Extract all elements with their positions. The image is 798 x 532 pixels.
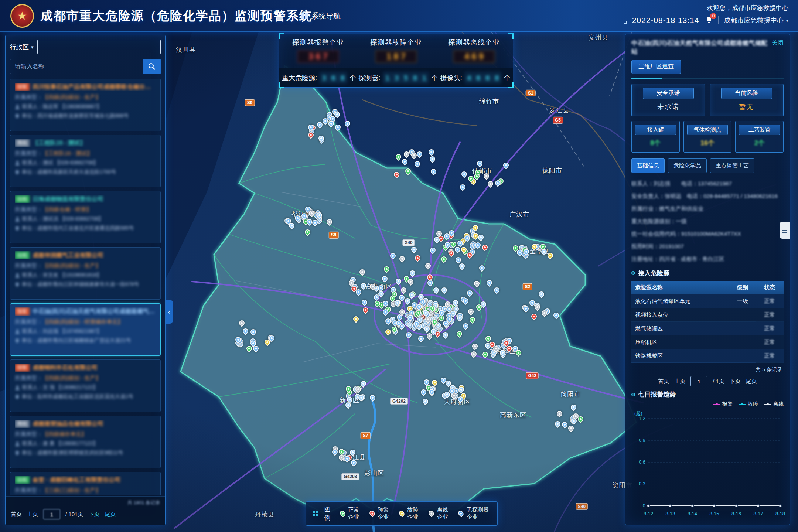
hazard-row[interactable]: 压缩机区正常 — [631, 335, 784, 349]
map-marker[interactable] — [410, 246, 417, 253]
map-marker[interactable] — [325, 218, 333, 226]
map-marker[interactable] — [416, 150, 423, 158]
map-marker[interactable] — [400, 286, 407, 294]
map-marker[interactable] — [398, 255, 406, 263]
hazard-row[interactable]: 燃气储罐区正常 — [631, 322, 784, 335]
hazard-page-first[interactable]: 首页 — [658, 378, 669, 385]
map-marker[interactable] — [429, 155, 436, 163]
map-marker[interactable] — [393, 170, 400, 178]
map-marker[interactable] — [570, 403, 577, 411]
company-card[interactable]: 离线【工程队16 - 测试】所属类型：【工程队16 - 测试】联系人：测试 【0… — [10, 135, 161, 187]
map-marker[interactable] — [394, 153, 402, 161]
map-marker[interactable] — [389, 252, 397, 260]
map-marker[interactable] — [538, 290, 545, 298]
map-marker[interactable] — [481, 243, 489, 251]
org-switcher[interactable]: 成都市应急救援中心 ▾ — [724, 16, 788, 25]
panel-expand-toggle[interactable] — [780, 222, 790, 239]
map-marker[interactable] — [432, 286, 440, 294]
page-input[interactable] — [43, 509, 60, 519]
map-marker[interactable] — [361, 299, 368, 306]
map-marker[interactable] — [417, 335, 425, 342]
map-marker[interactable] — [414, 254, 422, 262]
district-input[interactable] — [37, 40, 161, 54]
map-marker[interactable] — [424, 262, 432, 270]
map-marker[interactable] — [458, 262, 466, 270]
system-nav-button[interactable]: 系统导航 — [301, 0, 341, 32]
page-first[interactable]: 首页 — [11, 511, 22, 518]
map-marker[interactable] — [470, 350, 478, 358]
map-marker[interactable] — [471, 342, 479, 350]
company-card[interactable]: 在线成都华润燃气工业有限公司所属类型：【四级(四)级别 - 生产】联系人：宋文友… — [10, 247, 161, 300]
map-marker[interactable] — [456, 330, 463, 338]
map-marker[interactable] — [567, 424, 575, 432]
map-marker[interactable] — [467, 307, 475, 315]
notifications-bell[interactable]: 0 — [704, 16, 713, 25]
map-marker[interactable] — [430, 168, 437, 175]
map-marker[interactable] — [487, 180, 494, 188]
hazard-row[interactable]: 视频接入点位正常 — [631, 308, 784, 322]
map-marker[interactable] — [454, 256, 462, 264]
map-marker[interactable] — [384, 328, 392, 336]
map-marker[interactable] — [431, 379, 439, 386]
trend-legend-item[interactable]: 故障 — [739, 401, 758, 407]
map-marker[interactable] — [249, 328, 257, 336]
map-marker[interactable] — [369, 394, 376, 402]
map-marker[interactable] — [556, 410, 563, 417]
map-marker[interactable] — [238, 319, 245, 327]
trend-legend-item[interactable]: 报警 — [713, 401, 733, 407]
page-prev[interactable]: 上页 — [27, 511, 38, 518]
map-marker[interactable] — [358, 268, 366, 276]
trend-legend-item[interactable]: 离线 — [764, 401, 784, 407]
map-marker[interactable] — [304, 228, 311, 236]
map-marker[interactable] — [395, 277, 402, 285]
map-marker[interactable] — [404, 297, 412, 305]
map-marker[interactable] — [405, 331, 413, 338]
fullscreen-icon[interactable] — [620, 17, 627, 24]
page-next[interactable]: 下页 — [88, 511, 99, 518]
map-marker[interactable] — [427, 148, 435, 156]
company-card[interactable]: 预警中石油(四川)石油天然气有限公司成都港燃气储配站所属类型：【四级(四)级别 … — [10, 303, 161, 356]
map-marker[interactable] — [362, 306, 369, 314]
map-marker[interactable] — [493, 286, 501, 294]
map-marker[interactable] — [459, 183, 467, 191]
close-button[interactable]: 关闭 — [772, 39, 784, 47]
hazard-page-prev[interactable]: 上页 — [674, 378, 685, 385]
map-marker[interactable] — [381, 275, 389, 283]
map-marker[interactable] — [468, 316, 476, 324]
company-card[interactable]: 在线日海成都物流有限责任公司所属类型：【四级仓储 - 经营】联系人：测试员 【0… — [10, 191, 161, 243]
map-marker[interactable] — [466, 289, 474, 297]
map-marker[interactable] — [401, 158, 409, 166]
map-marker[interactable] — [502, 161, 510, 169]
company-card[interactable]: 报警四川恒泰石油产品有限公司成都蓉欧仓储分公司所属类型：【四级(四)级别 - 生… — [10, 79, 161, 131]
map-marker[interactable] — [481, 351, 489, 358]
map-marker[interactable] — [429, 246, 437, 254]
detail-tab-0[interactable]: 基础信息 — [631, 158, 665, 173]
map-marker[interactable] — [426, 273, 434, 281]
map-marker[interactable] — [413, 160, 421, 168]
map-marker[interactable] — [561, 421, 569, 429]
map-marker[interactable] — [552, 311, 560, 319]
map-marker[interactable] — [352, 315, 360, 323]
map-marker[interactable] — [460, 170, 468, 178]
map-marker[interactable] — [485, 279, 493, 287]
map-marker[interactable] — [440, 255, 448, 263]
map-marker[interactable] — [404, 167, 412, 175]
district-dropdown[interactable]: 行政区 ▾ — [10, 43, 34, 51]
map-marker[interactable] — [344, 120, 351, 127]
page-last[interactable]: 尾页 — [105, 511, 116, 518]
hazard-page-input[interactable] — [690, 376, 707, 386]
map-marker[interactable] — [478, 264, 486, 272]
map-marker[interactable] — [473, 280, 480, 287]
hazard-row[interactable]: 铁路栈桥区正常 — [631, 349, 784, 363]
company-card[interactable]: 报警成都锦利丰石化有限公司所属类型：【四级(四)级别 - 生产】联系人：文 强 … — [10, 359, 161, 412]
search-button[interactable] — [143, 59, 161, 74]
search-input[interactable] — [10, 59, 143, 74]
map-marker[interactable] — [530, 313, 538, 320]
hazard-page-last[interactable]: 尾页 — [746, 378, 757, 385]
map-marker[interactable] — [408, 269, 416, 277]
map-marker[interactable] — [462, 322, 470, 330]
map-marker[interactable] — [334, 123, 342, 131]
map-marker[interactable] — [383, 265, 391, 273]
map-marker[interactable] — [422, 398, 429, 405]
map-marker[interactable] — [242, 327, 249, 335]
